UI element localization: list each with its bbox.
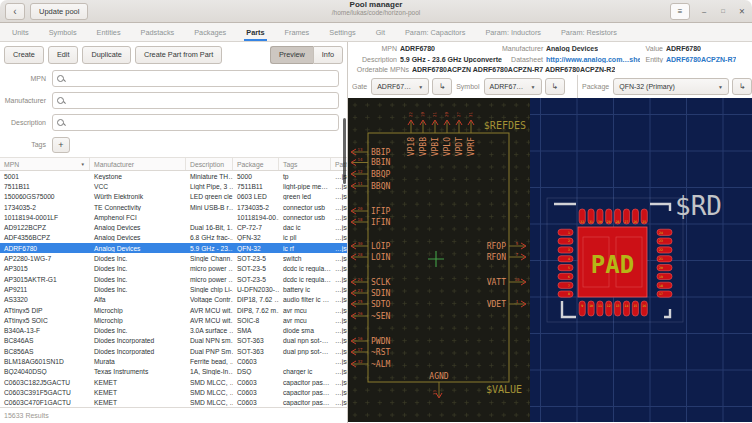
search-icon — [57, 119, 65, 127]
table-cell: C0603C182J5GACTU — [0, 379, 90, 386]
symbol-text: ~RST — [371, 348, 390, 357]
table-cell: Texas Instruments — [90, 368, 186, 375]
column-header-package[interactable]: Package — [233, 158, 279, 170]
symbol-text: VDET — [487, 300, 506, 309]
table-row[interactable]: BC846ASDiodes IncorporatedDual NPN sm…SO… — [0, 336, 347, 346]
symbol-text: 24 — [358, 277, 363, 282]
table-row[interactable]: C0603C470F1GACTUKEMETSMD MLCC, …C0603cap… — [0, 398, 347, 407]
symbol-text: VPRF — [467, 137, 476, 156]
table-cell: SOT-23-5 — [233, 255, 279, 262]
tab-param-capacitors[interactable]: Param: Capacitors — [395, 23, 475, 41]
gate-symbol-package-selectors: Gate ADRF67…▼ ↳ Symbol ADRF67…▼ ↳ Packag… — [348, 75, 752, 98]
table-row[interactable]: 7511B11VCCLight Pipe, 3 …7511B11light-pi… — [0, 181, 347, 191]
scrollbar-thumb[interactable] — [343, 118, 346, 184]
table-cell: AP3015AKTR-G1 — [0, 276, 90, 283]
table-row[interactable]: AD9122BCPZAnalog DevicesDual 16-Bit, 1…C… — [0, 222, 347, 232]
table-row[interactable]: ADF4356BCPZAnalog Devices6.8 GHz frac-…Q… — [0, 233, 347, 243]
column-header-manufacturer[interactable]: Manufacturer — [90, 158, 186, 170]
table-row[interactable]: ATtinyx5 DIPMicrochipAVR MCU wit…DIP8, 7… — [0, 305, 347, 315]
tab-param-resistors[interactable]: Param: Resistors — [551, 23, 627, 41]
symbol-combobox[interactable]: ADRF67…▼ — [484, 78, 542, 95]
table-row[interactable]: AP3015AKTR-G1Diodes Inc.micro power …SOT… — [0, 274, 347, 284]
refdes-text: $REFDES — [484, 120, 526, 131]
column-header-description[interactable]: Description — [186, 158, 233, 170]
notebook-tabs: Units Symbols Entities Padstacks Package… — [0, 23, 752, 42]
pad-number: 25 — [642, 220, 646, 224]
table-row[interactable]: AP9211Diodes Inc.Single chip Li-…U-DFN20… — [0, 284, 347, 294]
table-row[interactable]: C0603C182J5GACTUKEMETSMD MLCC, …C0603cap… — [0, 377, 347, 387]
table-row[interactable]: AP2280-1WG-7Diodes Inc.Single Chann…SOT-… — [0, 253, 347, 263]
symbol-text: BBQN — [371, 182, 390, 191]
parts-toolbar: Create Edit Duplicate Create Part from P… — [0, 42, 347, 67]
tab-settings[interactable]: Settings — [319, 23, 365, 41]
tab-entities[interactable]: Entities — [87, 23, 131, 41]
smd-pad — [558, 282, 573, 288]
symbol-preview-canvas[interactable]: 13BBIP14BBIN12BBQP11BBQN20IFIP18IFIN30LO… — [348, 98, 530, 422]
column-header-tags[interactable]: Tags — [279, 158, 331, 170]
gate-combobox[interactable]: ADRF67…▼ — [371, 78, 429, 95]
table-cell: diode sma — [279, 327, 331, 334]
table-cell: 7511B11 — [233, 183, 279, 190]
symbol-text: VP18 — [407, 137, 416, 156]
symbol-text: LOIN — [371, 253, 390, 262]
package-preview-canvas[interactable]: 3291243110223301132229124212813520271461… — [530, 98, 752, 422]
edit-button[interactable]: Edit — [48, 46, 79, 64]
maximize-button[interactable]: □ — [718, 8, 728, 14]
minimize-button[interactable]: – — [699, 7, 709, 16]
hamburger-menu-button[interactable]: ≡ — [670, 3, 690, 20]
symbol-text: IFIP — [371, 207, 390, 216]
table-row[interactable]: 1734035-2TE ConnectivityMini USB-B r…173… — [0, 202, 347, 212]
table-row[interactable]: C0603C391F5GACTUKEMETSMD MLCC, …C0603cap… — [0, 387, 347, 397]
goto-gate-button[interactable]: ↳ — [432, 78, 452, 95]
goto-symbol-button[interactable]: ↳ — [545, 78, 565, 95]
description-search-input[interactable] — [68, 119, 334, 126]
symbol-text: PWDN — [371, 337, 390, 346]
table-row[interactable]: BQ24040DSQTexas Instruments1A, Single-In… — [0, 367, 347, 377]
package-combobox[interactable]: QFN-32 (Primary)▼ — [613, 78, 729, 95]
table-cell: VCC — [90, 183, 186, 190]
entity-link[interactable]: ADRF6780ACPZN-R7 — [666, 56, 736, 63]
datasheet-link[interactable]: http://www.analog.com…sheets/ADRF6780.pd… — [546, 56, 640, 63]
tab-git[interactable]: Git — [366, 23, 395, 41]
update-pool-button[interactable]: Update pool — [30, 3, 88, 20]
tab-packages[interactable]: Packages — [184, 23, 236, 41]
window-subtitle: /home/lukas/code/horizon-pool — [0, 10, 752, 17]
table-row[interactable]: 5001KeystoneMiniature TH…5000tp…json — [0, 171, 347, 181]
table-row[interactable]: BC856ASDiodes IncorporatedDual PNP Sm…SO… — [0, 346, 347, 356]
tab-symbols[interactable]: Symbols — [39, 23, 87, 41]
tab-padstacks[interactable]: Padstacks — [131, 23, 185, 41]
table-row[interactable]: ADRF6780Analog Devices5.9 GHz - 23.…QFN-… — [0, 243, 347, 253]
table-row[interactable]: BLM18AG601SN1DMurataFerrite bead, …C0603… — [0, 356, 347, 366]
info-toggle-button[interactable]: Info — [313, 46, 343, 64]
table-cell: 5001 — [0, 173, 90, 180]
preview-toggle-button[interactable]: Preview — [270, 46, 313, 64]
close-button[interactable]: ✕ — [737, 7, 747, 16]
tab-units[interactable]: Units — [2, 23, 39, 41]
tab-frames[interactable]: Frames — [275, 23, 320, 41]
table-row[interactable]: ATtinyx5 SOICMicrochipAVR MCU wit…SOIC-8… — [0, 315, 347, 325]
table-row[interactable]: 10118194-0001LFAmphenol FCI10118194-00…c… — [0, 212, 347, 222]
column-header-mpn[interactable]: MPN▼ — [0, 158, 90, 170]
entity-label: Entity — [640, 56, 666, 63]
tab-param-inductors[interactable]: Param: Inductors — [475, 23, 551, 41]
table-cell: BC846AS — [0, 337, 90, 344]
table-row[interactable]: 150060GS75000Würth ElektronikLED green c… — [0, 192, 347, 202]
table-cell: …json — [331, 317, 347, 324]
pad-number: 23 — [659, 239, 663, 243]
table-row[interactable]: AP3015Diodes Inc.micro power …SOT-23-5dc… — [0, 264, 347, 274]
add-tag-button[interactable]: + — [52, 137, 70, 153]
table-cell: …json — [331, 193, 347, 200]
table-row[interactable]: B340A-13-FDiodes Inc.3.0A surface …SMAdi… — [0, 325, 347, 335]
back-button[interactable]: ‹ — [5, 3, 25, 20]
tab-parts[interactable]: Parts — [236, 23, 274, 41]
create-part-from-part-button[interactable]: Create Part from Part — [135, 46, 222, 64]
table-row[interactable]: AS3320AlfaVoltage Contr…DIP18, 7.62 …aud… — [0, 295, 347, 305]
chevron-down-icon: ▼ — [531, 84, 536, 90]
create-button[interactable]: Create — [4, 46, 44, 64]
goto-package-button[interactable]: ↳ — [732, 78, 752, 95]
duplicate-button[interactable]: Duplicate — [82, 46, 130, 64]
manufacturer-search-input[interactable] — [68, 97, 334, 104]
part-preview-panel: MPNADRF6780 ManufacturerAnalog Devices V… — [347, 42, 752, 423]
mpn-search-input[interactable] — [68, 75, 334, 82]
table-cell: AVR MCU wit… — [186, 307, 233, 314]
